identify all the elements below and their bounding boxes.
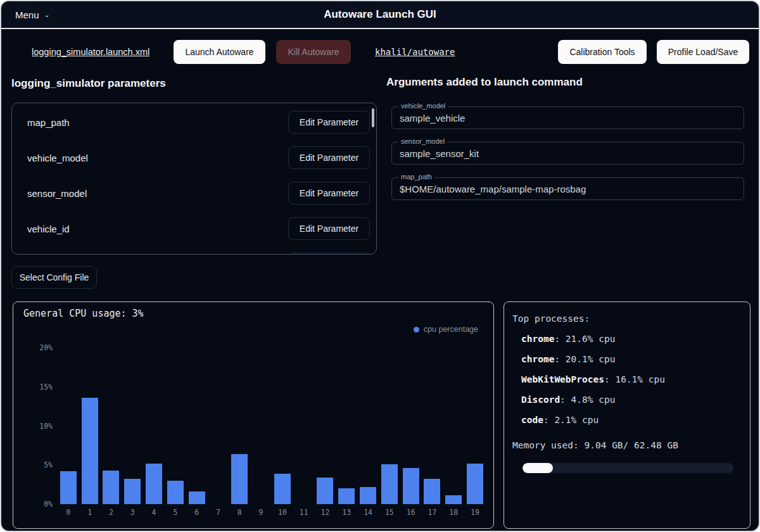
edit-parameter-button[interactable]: Edit Parameter bbox=[288, 217, 370, 240]
cpu-chart-panel: General CPU usage: 3% cpu percentage 0%5… bbox=[13, 301, 494, 529]
bar-slot bbox=[293, 348, 315, 504]
cpu-bar bbox=[317, 478, 333, 504]
x-tick-label: 8 bbox=[229, 508, 250, 517]
bar-slot bbox=[58, 348, 79, 504]
process-item: chrome: 21.6% cpu bbox=[504, 329, 750, 349]
bar-slot bbox=[208, 348, 229, 504]
bar-slot bbox=[165, 348, 186, 504]
x-tick-label: 2 bbox=[101, 508, 122, 517]
x-axis: 012345678910111213141516171819 bbox=[58, 508, 486, 517]
bar-slot bbox=[336, 348, 357, 504]
toolbar: logging_simulator.launch.xml Launch Auto… bbox=[1, 40, 759, 64]
cpu-bar bbox=[360, 487, 376, 504]
launch-autoware-button[interactable]: Launch Autoware bbox=[174, 40, 265, 64]
cpu-bar bbox=[424, 479, 440, 504]
cpu-bar bbox=[124, 479, 141, 504]
y-axis: 0%5%10%15%20% bbox=[13, 348, 53, 504]
y-tick-label: 0% bbox=[44, 500, 53, 509]
edit-parameter-button[interactable]: Edit Parameter bbox=[288, 111, 370, 134]
parameter-row: vehicle_model Edit Parameter bbox=[12, 140, 376, 175]
bar-slot bbox=[272, 348, 293, 504]
cpu-bar bbox=[60, 471, 77, 504]
bar-slot bbox=[443, 348, 464, 504]
parameter-name: vehicle_model bbox=[27, 153, 88, 163]
x-tick-label: 1 bbox=[79, 508, 101, 517]
parameter-row: vehicle_id Edit Parameter bbox=[12, 211, 376, 246]
parameters-panel: map_path Edit Parameter vehicle_model Ed… bbox=[11, 103, 377, 255]
x-tick-label: 4 bbox=[143, 508, 165, 517]
scrollbar-thumb[interactable] bbox=[372, 108, 374, 127]
calibration-tools-button[interactable]: Calibration Tools bbox=[558, 40, 647, 64]
cpu-bar bbox=[445, 495, 462, 504]
processes-heading: Top processes: bbox=[504, 308, 750, 329]
title-bar: Menu ⌄ Autoware Launch GUI bbox=[1, 1, 759, 29]
y-tick-label: 5% bbox=[44, 460, 53, 469]
app-title: Autoware Launch GUI bbox=[1, 8, 759, 21]
bar-slot bbox=[357, 348, 379, 504]
x-tick-label: 6 bbox=[186, 508, 208, 517]
arguments-heading: Arguments added to launch command bbox=[386, 76, 583, 89]
bar-slot bbox=[122, 348, 143, 504]
map-path-input[interactable] bbox=[392, 178, 744, 200]
x-tick-label: 15 bbox=[379, 508, 400, 517]
cpu-bar bbox=[82, 398, 98, 504]
legend-label: cpu percentage bbox=[424, 325, 478, 334]
cpu-bar bbox=[381, 464, 398, 504]
process-item: Discord: 4.8% cpu bbox=[504, 390, 750, 410]
bar-slot bbox=[315, 348, 336, 504]
bar-slot bbox=[186, 348, 208, 504]
sensor-model-input[interactable] bbox=[392, 142, 744, 164]
menu-dropdown[interactable]: Menu ⌄ bbox=[15, 10, 50, 20]
bar-slot bbox=[101, 348, 122, 504]
top-processes-panel: Top processes: chrome: 21.6% cpu chrome:… bbox=[504, 301, 750, 529]
cpu-bar bbox=[467, 464, 483, 504]
bar-slot bbox=[464, 348, 486, 504]
chart-title: General CPU usage: 3% bbox=[23, 308, 144, 319]
profile-loadsave-button[interactable]: Profile Load/Save bbox=[657, 40, 749, 64]
field-label: vehicle_model bbox=[398, 102, 448, 110]
kill-autoware-button[interactable]: Kill Autoware bbox=[276, 40, 351, 64]
bar-slot bbox=[400, 348, 422, 504]
x-tick-label: 17 bbox=[422, 508, 443, 517]
parameter-row: sensor_model Edit Parameter bbox=[12, 175, 376, 211]
map-path-field: map_path bbox=[391, 177, 744, 200]
process-item: code: 2.1% cpu bbox=[504, 410, 750, 430]
memory-fill bbox=[522, 463, 553, 473]
x-tick-label: 3 bbox=[122, 508, 143, 517]
x-tick-label: 5 bbox=[165, 508, 186, 517]
parameter-name: vehicle_id bbox=[27, 224, 70, 234]
x-tick-label: 16 bbox=[400, 508, 422, 517]
repo-link[interactable]: khalil/autoware bbox=[375, 40, 455, 64]
bar-slot bbox=[79, 348, 101, 504]
cpu-bar bbox=[338, 488, 355, 504]
x-tick-label: 10 bbox=[272, 508, 293, 517]
cpu-bar bbox=[103, 471, 119, 504]
x-tick-label: 12 bbox=[315, 508, 336, 517]
x-tick-label: 14 bbox=[357, 508, 379, 517]
cpu-bar bbox=[167, 481, 184, 504]
parameter-name: map_path bbox=[27, 117, 70, 128]
x-tick-label: 11 bbox=[293, 508, 315, 517]
parameters-heading: logging_simulator parameters bbox=[11, 77, 166, 90]
cpu-bars bbox=[58, 348, 486, 504]
memory-progress-bar bbox=[522, 463, 733, 473]
chart-legend: cpu percentage bbox=[414, 325, 478, 334]
app-window: Menu ⌄ Autoware Launch GUI logging_simul… bbox=[0, 0, 760, 532]
select-config-file-button[interactable]: Select Config File bbox=[11, 266, 97, 289]
vehicle-model-field: vehicle_model bbox=[391, 106, 744, 129]
process-item: chrome: 20.1% cpu bbox=[504, 349, 750, 369]
sensor-model-field: sensor_model bbox=[391, 142, 744, 165]
edit-parameter-button[interactable]: Edit Parameter bbox=[288, 146, 370, 169]
vehicle-model-input[interactable] bbox=[392, 107, 744, 129]
bar-slot bbox=[250, 348, 272, 504]
chevron-down-icon: ⌄ bbox=[44, 11, 50, 19]
field-label: sensor_model bbox=[398, 137, 447, 145]
cpu-bar bbox=[231, 454, 248, 504]
bar-slot bbox=[379, 348, 400, 504]
memory-used-label: Memory used: 9.04 GB/ 62.48 GB bbox=[504, 435, 750, 455]
edit-parameter-button[interactable]: Edit Parameter bbox=[288, 182, 370, 205]
y-tick-label: 10% bbox=[39, 422, 53, 431]
edit-parameter-button[interactable]: Edit Parameter bbox=[288, 253, 370, 255]
launch-file-link[interactable]: logging_simulator.launch.xml bbox=[32, 40, 149, 64]
field-label: map_path bbox=[398, 173, 434, 180]
